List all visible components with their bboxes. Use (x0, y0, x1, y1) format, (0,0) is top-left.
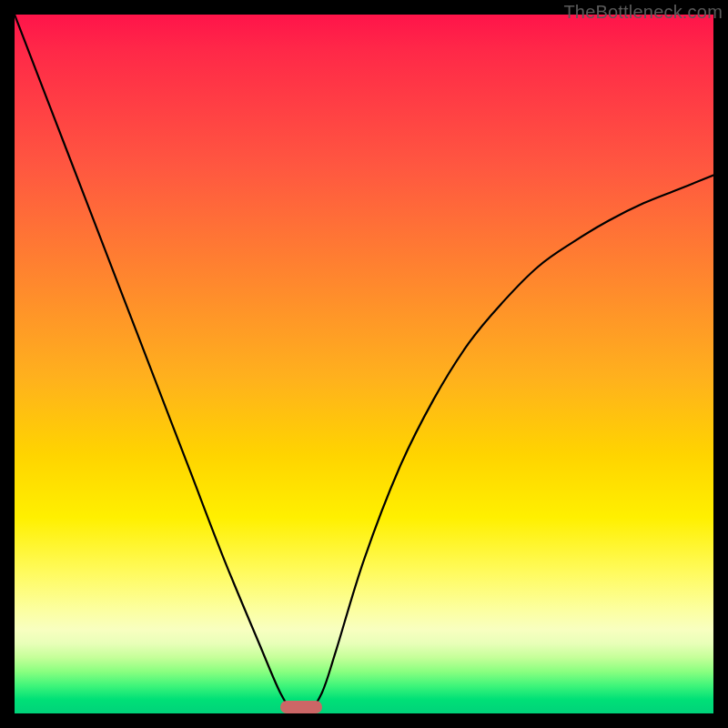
plot-area (15, 15, 713, 713)
optimal-marker (280, 701, 322, 713)
bottleneck-curve-svg (15, 15, 713, 713)
watermark-text: TheBottleneck.com (563, 2, 723, 23)
bottleneck-curve (15, 15, 713, 713)
chart-frame (15, 15, 713, 713)
